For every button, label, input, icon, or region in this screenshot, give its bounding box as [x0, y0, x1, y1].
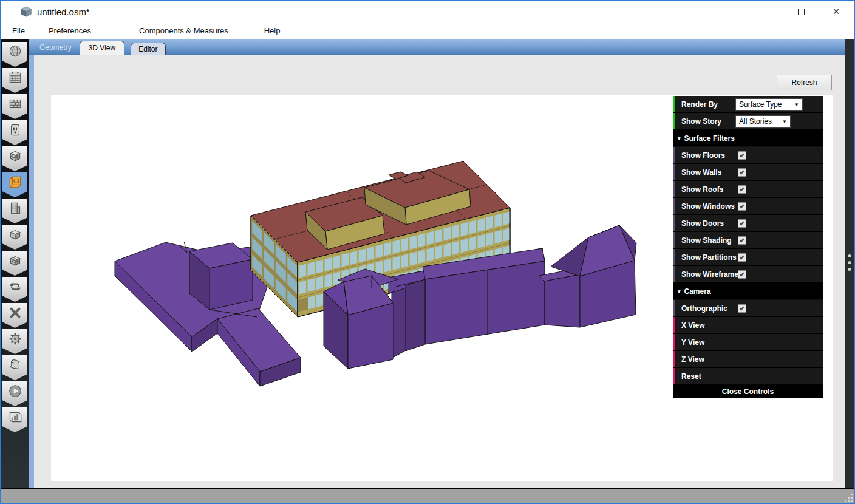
cube-grid-icon: [7, 253, 23, 268]
show-walls-row: Show Walls ✔: [673, 164, 823, 181]
floorplan-icon: [7, 174, 23, 190]
row-accent-stripe: [673, 164, 675, 180]
show-partitions-checkbox[interactable]: ✔: [738, 253, 746, 262]
check-icon: ✔: [739, 237, 744, 244]
z-view-button[interactable]: Z View: [673, 351, 823, 368]
show-wireframe-row: Show Wireframe ✔: [673, 266, 823, 283]
sidebar-tab-site[interactable]: [2, 42, 27, 67]
sidebar-tab-constructions[interactable]: [2, 94, 27, 119]
show-roofs-label: Show Roofs: [681, 185, 723, 194]
orthographic-row: Orthographic ✔: [673, 300, 823, 317]
sidebar-tab-geometry[interactable]: [2, 172, 27, 197]
show-wireframe-checkbox[interactable]: ✔: [738, 270, 746, 279]
camera-header[interactable]: ▾ Camera: [673, 283, 823, 300]
show-doors-row: Show Doors ✔: [673, 215, 823, 232]
check-icon: ✔: [739, 220, 744, 227]
sidebar-tab-space-types[interactable]: [2, 146, 27, 171]
show-floors-label: Show Floors: [681, 151, 725, 160]
sidebar-tab-run-simulation[interactable]: [2, 381, 27, 406]
render-by-label: Render By: [681, 100, 718, 109]
sidebar-tab-spaces[interactable]: [2, 225, 27, 250]
check-icon: ✔: [739, 152, 744, 159]
show-walls-label: Show Walls: [681, 168, 721, 177]
sidebar-tab-schedules[interactable]: [2, 68, 27, 93]
loop-arrows-icon: [7, 279, 23, 295]
rubik-cube-icon: [7, 148, 23, 164]
reset-view-button[interactable]: Reset: [673, 368, 823, 385]
title-bar: untitled.osm* ✕: [1, 1, 854, 22]
close-button[interactable]: ✕: [819, 1, 854, 22]
show-partitions-label: Show Partitions: [681, 253, 737, 262]
tab-geometry[interactable]: Geometry: [33, 43, 78, 55]
right-splitter-strip[interactable]: [845, 39, 854, 488]
check-icon: ✔: [739, 186, 744, 193]
sidebar-tab-simulation-settings[interactable]: [2, 329, 27, 354]
row-accent-stripe: [673, 300, 675, 316]
refresh-button[interactable]: Refresh: [777, 75, 832, 90]
show-partitions-row: Show Partitions ✔: [673, 249, 823, 266]
show-walls-checkbox[interactable]: ✔: [738, 168, 746, 177]
resize-grip-icon[interactable]: [844, 493, 853, 502]
row-accent-stripe: [673, 96, 675, 112]
row-accent-stripe: [673, 351, 675, 367]
orthographic-label: Orthographic: [681, 304, 727, 313]
app-window: untitled.osm* ✕ File Preferences Compone…: [0, 0, 855, 504]
row-accent-stripe: [673, 368, 675, 384]
sidebar-tab-hvac-systems[interactable]: [2, 277, 27, 302]
y-view-button[interactable]: Y View: [673, 334, 823, 351]
show-windows-label: Show Windows: [681, 202, 735, 211]
sidebar-tab-loads[interactable]: [2, 120, 27, 145]
minimize-icon: [762, 12, 770, 12]
show-story-value: All Stories: [739, 117, 772, 126]
row-accent-stripe: [673, 266, 675, 282]
show-floors-checkbox[interactable]: ✔: [738, 151, 746, 160]
app-cube-icon: [20, 5, 32, 18]
show-floors-row: Show Floors ✔: [673, 147, 823, 164]
sidebar-tab-output-variables[interactable]: [2, 303, 27, 328]
x-view-button[interactable]: X View: [673, 317, 823, 334]
orthographic-checkbox[interactable]: ✔: [738, 304, 746, 313]
gear-icon: [7, 331, 23, 347]
vertical-tab-sidebar: [1, 39, 29, 488]
3d-viewport[interactable]: Render By Surface Type ▼ Show Story: [51, 95, 833, 481]
sidebar-tab-thermal-zones[interactable]: [2, 251, 27, 276]
show-roofs-checkbox[interactable]: ✔: [738, 185, 746, 194]
show-story-row: Show Story All Stories ▼: [673, 113, 823, 130]
show-doors-label: Show Doors: [681, 219, 724, 228]
section-collapse-icon: ▾: [678, 135, 681, 141]
show-windows-checkbox[interactable]: ✔: [738, 202, 746, 211]
section-collapse-icon: ▾: [678, 288, 681, 295]
show-story-select[interactable]: All Stories ▼: [735, 115, 791, 128]
content-area: Refresh: [34, 55, 845, 488]
z-view-label: Z View: [681, 355, 704, 364]
building-icon: [7, 200, 23, 216]
menu-file[interactable]: File: [5, 24, 32, 38]
bar-chart-icon: [7, 409, 23, 425]
menu-components-measures[interactable]: Components & Measures: [132, 24, 236, 38]
show-doors-checkbox[interactable]: ✔: [738, 219, 746, 228]
row-accent-stripe: [673, 198, 675, 214]
render-by-select[interactable]: Surface Type ▼: [735, 98, 803, 111]
minimize-button[interactable]: [748, 1, 783, 22]
close-controls-button[interactable]: Close Controls: [673, 385, 823, 398]
show-shading-checkbox[interactable]: ✔: [738, 236, 746, 245]
tab-editor[interactable]: Editor: [131, 43, 165, 55]
show-roofs-row: Show Roofs ✔: [673, 181, 823, 198]
sidebar-tab-results-summary[interactable]: [2, 407, 27, 432]
chevron-down-icon: ▼: [794, 102, 799, 107]
maximize-button[interactable]: [783, 1, 819, 22]
menu-help[interactable]: Help: [257, 24, 288, 38]
splitter-handle-icon[interactable]: [848, 254, 851, 271]
globe-icon: [7, 44, 23, 60]
y-view-label: Y View: [681, 338, 704, 347]
chevron-down-icon: ▼: [782, 119, 787, 124]
show-wireframe-label: Show Wireframe: [681, 270, 738, 279]
check-icon: ✔: [739, 203, 744, 210]
sidebar-tab-measures[interactable]: [2, 355, 27, 380]
active-tab-accent-strip: [29, 55, 34, 488]
tab-3d-view[interactable]: 3D View: [80, 41, 124, 55]
menu-preferences[interactable]: Preferences: [41, 24, 98, 38]
sidebar-tab-facility[interactable]: [2, 199, 27, 223]
surface-filters-header[interactable]: ▾ Surface Filters: [673, 130, 823, 147]
calendar-icon: [7, 70, 23, 86]
